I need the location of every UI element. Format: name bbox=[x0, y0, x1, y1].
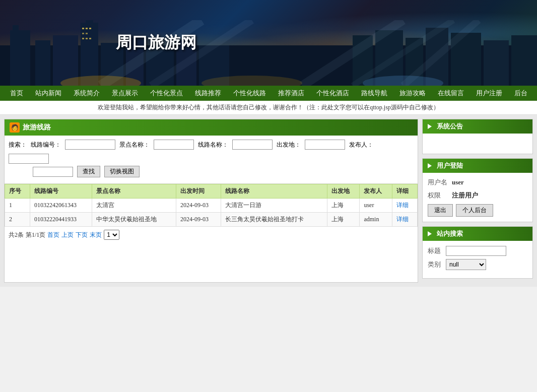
nav-custom-routes[interactable]: 个性化线路 bbox=[227, 86, 272, 101]
search-category-row: 类别 null bbox=[428, 259, 527, 270]
input-route-name[interactable] bbox=[232, 140, 273, 150]
nav-register[interactable]: 用户注册 bbox=[470, 86, 508, 101]
svg-rect-26 bbox=[511, 35, 537, 86]
svg-rect-1 bbox=[10, 30, 30, 86]
arrow-icon-3 bbox=[428, 231, 432, 236]
col-departure-time: 出发时间 bbox=[176, 184, 221, 199]
input-route-no[interactable] bbox=[65, 140, 115, 150]
total-count: 共2条 bbox=[9, 231, 24, 239]
search-row-1: 搜索： 线路编号： 景点名称： 线路名称： 出发地： 发布人： bbox=[9, 140, 414, 164]
svg-rect-10 bbox=[82, 33, 84, 34]
right-sidebar: 系统公告 用户登陆 用户名 user 权限 注册用户 bbox=[422, 119, 533, 283]
nav-backend[interactable]: 后台 bbox=[508, 86, 533, 101]
my-backend-button[interactable]: 个人后台 bbox=[456, 204, 493, 217]
nav-scenic[interactable]: 景点展示 bbox=[106, 86, 144, 101]
svg-rect-9 bbox=[89, 28, 91, 29]
search-area: 搜索： 线路编号： 景点名称： 线路名称： 出发地： 发布人： 查找 切换视图 bbox=[5, 136, 418, 184]
table-header-row: 序号 线路编号 景点名称 出发时间 线路名称 出发地 发布人 详细 bbox=[5, 184, 418, 199]
svg-rect-11 bbox=[86, 33, 88, 34]
announcement-section: 系统公告 bbox=[422, 119, 533, 154]
input-scenic[interactable] bbox=[154, 140, 194, 150]
cell-scenic: 中华太昊伏羲始祖圣地 bbox=[92, 213, 176, 227]
nav-custom-hotels[interactable]: 个性化酒店 bbox=[310, 86, 355, 101]
logout-button[interactable]: 退出 bbox=[428, 204, 453, 217]
col-route-name: 线路名称 bbox=[221, 184, 327, 199]
switch-view-button[interactable]: 切换视图 bbox=[104, 166, 140, 177]
prev-page-link[interactable]: 上页 bbox=[61, 231, 74, 239]
nav-home[interactable]: 首页 bbox=[4, 86, 29, 101]
svg-rect-12 bbox=[82, 38, 84, 39]
col-publisher: 发布人 bbox=[360, 184, 392, 199]
last-page-link[interactable]: 末页 bbox=[90, 231, 102, 239]
routes-table: 序号 线路编号 景点名称 出发时间 线路名称 出发地 发布人 详细 1 0103… bbox=[5, 184, 418, 227]
nav-news[interactable]: 站内新闻 bbox=[29, 86, 68, 101]
table-row: 2 01032220441933 中华太昊伏羲始祖圣地 2024-09-03 长… bbox=[5, 213, 418, 227]
col-departure: 出发地 bbox=[327, 184, 360, 199]
site-search-header: 站内搜索 bbox=[423, 227, 532, 241]
cell-seq: 1 bbox=[5, 199, 30, 213]
category-select[interactable]: null bbox=[446, 259, 486, 270]
site-search-body: 标题 类别 null bbox=[423, 241, 532, 278]
nav-strategy[interactable]: 旅游攻略 bbox=[393, 86, 432, 101]
label-route-no: 线路编号： bbox=[31, 141, 61, 149]
col-detail: 详细 bbox=[392, 184, 418, 199]
cell-publisher: user bbox=[360, 199, 392, 213]
nav-routes[interactable]: 线路推荐 bbox=[189, 86, 227, 101]
username-label: 用户名 bbox=[428, 178, 448, 187]
detail-link[interactable]: 详细 bbox=[396, 202, 409, 209]
search-title-label: 标题 bbox=[428, 246, 443, 255]
cell-route-name: 大清宫一日游 bbox=[221, 199, 327, 213]
left-content: 🧑 旅游线路 搜索： 线路编号： 景点名称： 线路名称： 出发地： 发布人： bbox=[4, 119, 418, 283]
first-page-link[interactable]: 首页 bbox=[47, 231, 59, 239]
label-departure: 出发地： bbox=[277, 141, 301, 149]
detail-link[interactable]: 详细 bbox=[396, 216, 409, 223]
header: 周口旅游网 bbox=[0, 0, 537, 86]
announcement-title: 系统公告 bbox=[437, 122, 463, 131]
user-login-header: 用户登陆 bbox=[423, 159, 532, 173]
table-row: 1 01032242061343 太清宫 2024-09-03 大清宫一日游 上… bbox=[5, 199, 418, 213]
announcement-body bbox=[423, 134, 532, 154]
nav-navigation[interactable]: 路线导航 bbox=[355, 86, 393, 101]
col-seq: 序号 bbox=[5, 184, 30, 199]
section-icon: 🧑 bbox=[10, 122, 20, 133]
svg-rect-13 bbox=[86, 38, 88, 39]
welcome-bar: 欢迎登陆我站，希望能给你带来好心情，其他话语请您自己修改，谢谢合作！（注：此处文… bbox=[0, 101, 537, 115]
next-page-link[interactable]: 下页 bbox=[76, 231, 88, 239]
label-publisher: 发布人： bbox=[349, 141, 373, 149]
input-publisher[interactable] bbox=[9, 154, 49, 164]
permission-label: 权限 bbox=[428, 191, 448, 200]
cell-departure: 上海 bbox=[327, 213, 360, 227]
page-info: 第1/1页 bbox=[26, 231, 45, 239]
col-scenic: 景点名称 bbox=[92, 184, 176, 199]
search-category-label: 类别 bbox=[428, 260, 443, 269]
svg-rect-25 bbox=[484, 40, 509, 86]
page-select[interactable]: 1 bbox=[104, 230, 119, 240]
col-route-no: 线路编号 bbox=[30, 184, 92, 199]
cell-publisher: admin bbox=[360, 213, 392, 227]
svg-rect-6 bbox=[86, 20, 93, 25]
input-departure[interactable] bbox=[305, 140, 345, 150]
user-login-section: 用户登陆 用户名 user 权限 注册用户 退出 个人后台 bbox=[422, 158, 533, 222]
announcement-header: 系统公告 bbox=[423, 119, 532, 134]
nav-custom-scenic[interactable]: 个性化景点 bbox=[144, 86, 189, 101]
cell-seq: 2 bbox=[5, 213, 30, 227]
arrow-icon-2 bbox=[428, 163, 432, 168]
cell-route-no: 01032220441933 bbox=[30, 213, 92, 227]
input-extra[interactable] bbox=[33, 167, 73, 177]
nav-message[interactable]: 在线留言 bbox=[432, 86, 470, 101]
search-button[interactable]: 查找 bbox=[77, 166, 100, 177]
section-title: 旅游线路 bbox=[23, 123, 51, 132]
search-label-prefix: 搜索： bbox=[9, 141, 27, 149]
main-nav: 首页 站内新闻 系统简介 景点展示 个性化景点 线路推荐 个性化线路 推荐酒店 … bbox=[0, 86, 537, 101]
nav-intro[interactable]: 系统简介 bbox=[68, 86, 106, 101]
cell-departure: 上海 bbox=[327, 199, 360, 213]
table-body: 1 01032242061343 太清宫 2024-09-03 大清宫一日游 上… bbox=[5, 199, 418, 227]
cell-detail: 详细 bbox=[392, 199, 418, 213]
search-title-row: 标题 bbox=[428, 246, 527, 256]
cell-detail: 详细 bbox=[392, 213, 418, 227]
cell-scenic: 太清宫 bbox=[92, 199, 176, 213]
svg-rect-14 bbox=[89, 38, 91, 39]
svg-rect-7 bbox=[82, 28, 84, 29]
nav-hotels[interactable]: 推荐酒店 bbox=[272, 86, 310, 101]
search-title-input[interactable] bbox=[446, 246, 506, 256]
